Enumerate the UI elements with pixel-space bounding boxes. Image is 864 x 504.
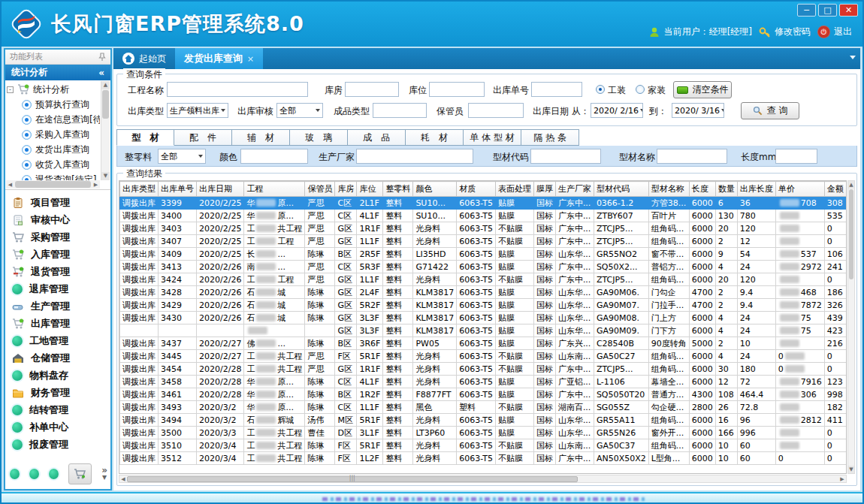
column-header[interactable]: 出库日期 (197, 182, 244, 197)
table-row[interactable]: 调拨出库34092020/2/25长...陈琳B区2R5F整料LI35HD606… (120, 248, 847, 261)
project-name-input[interactable] (167, 82, 308, 97)
sidebar-module-6[interactable]: 退库管理 (12, 280, 110, 297)
outbound-type-select[interactable]: 生产领料出库 (167, 103, 228, 118)
column-header[interactable]: 库房 (335, 182, 357, 197)
table-row[interactable]: 调拨出库34932020/3/2华原...陈琳C区1L1F整料黑色塑料不贴膜国标… (120, 401, 847, 414)
column-header[interactable]: 颜色 (413, 182, 457, 197)
column-header[interactable]: 工程 (244, 182, 305, 197)
column-header[interactable]: 型材名称 (648, 182, 689, 197)
profile-name-input[interactable] (657, 149, 727, 164)
search-button[interactable]: 查 询 (741, 102, 799, 119)
sidebar-module-4[interactable]: 入库管理 (12, 246, 110, 263)
table-row[interactable]: 调拨出库34942020/3/2石辉城汤伟M区5R1F整料光身料6063-T5贴… (120, 414, 847, 427)
collapse-icon[interactable]: « (98, 68, 104, 78)
table-row[interactable]: G区3L3F整料KLM38176063-T5贴膜国标山东华...GA90M09.… (120, 324, 847, 337)
color-input[interactable] (240, 149, 308, 164)
sidebar-module-13[interactable]: 结转管理 (12, 401, 110, 418)
tree-item-1[interactable]: 预算执行查询 (7, 97, 100, 112)
tree-horizontal-scrollbar[interactable]: ◀ ▶ (6, 180, 100, 189)
section-header-statistics[interactable]: 统计分析 « (5, 65, 110, 80)
tree-root-statistics[interactable]: -统计分析 (7, 82, 100, 97)
pin-icon[interactable] (98, 53, 106, 62)
column-header[interactable]: 库位 (357, 182, 383, 197)
column-header[interactable]: 出库单号 (159, 182, 197, 197)
column-header[interactable]: 数量 (715, 182, 737, 197)
column-header[interactable]: 型材代码 (594, 182, 648, 197)
scroll-down-icon[interactable]: ▼ (848, 466, 854, 473)
tree-collapse-icon[interactable]: - (7, 86, 14, 93)
sidebar-module-9[interactable]: 工地管理 (12, 332, 110, 349)
date-to-picker[interactable]: 2020/ 3/16 (672, 103, 724, 118)
more-chevron-icon[interactable]: »▾ (101, 467, 107, 481)
scroll-thumb[interactable] (15, 181, 91, 188)
table-row[interactable]: 调拨出库34542020/2/28工共工程严思G区1R1F整料光身料6063-T… (120, 363, 847, 376)
scroll-right-icon[interactable]: ▶ (92, 182, 100, 188)
table-row[interactable]: 调拨出库34612020/2/28华原...陈琳B区1R2F整料F8877FT6… (120, 388, 847, 401)
column-header[interactable]: 出库类型 (120, 182, 159, 197)
material-tab-3[interactable]: 辅 材 (232, 129, 290, 146)
warehouse-input[interactable] (345, 82, 399, 97)
radio-gongzhuang[interactable] (596, 85, 605, 94)
scroll-left-icon[interactable]: ◀ (119, 476, 127, 482)
minimize-button[interactable]: ─ (797, 4, 816, 17)
whole-part-select[interactable]: 全部 (158, 149, 206, 164)
column-header[interactable]: 长度 (689, 182, 715, 197)
column-header[interactable]: 整零料 (383, 182, 413, 197)
sidebar-module-7[interactable]: 生产管理 (12, 297, 110, 315)
column-header[interactable]: 表面处理 (495, 182, 533, 197)
tab-shipping-outbound-query[interactable]: 发货出库查询 × (175, 48, 263, 69)
tree-item-2[interactable]: 在途信息查询[待 (7, 112, 100, 127)
scroll-down-icon[interactable]: ▼ (101, 172, 110, 180)
maximize-button[interactable]: □ (818, 4, 837, 17)
sidebar-module-15[interactable]: 报废管理 (12, 436, 110, 453)
column-header[interactable]: 保管员 (305, 182, 335, 197)
material-tab-2[interactable]: 配 件 (174, 129, 232, 146)
module-dot-icon[interactable] (29, 469, 39, 479)
audit-select[interactable]: 全部 (276, 103, 323, 118)
tree-item-6[interactable]: 退货查询[待定] (7, 172, 100, 180)
table-row[interactable]: 调拨出库34032020/2/25工共工程严思G区1R1F整料光身料6063-T… (120, 222, 847, 235)
sidebar-module-5[interactable]: 退货管理 (12, 263, 110, 280)
date-from-picker[interactable]: 2020/ 2/16 (591, 103, 643, 118)
sidebar-module-2[interactable]: 审核中心 (12, 211, 110, 228)
material-tab-8[interactable]: 隔 热 条 (521, 129, 579, 146)
table-row[interactable]: 调拨出库34072020/2/25工工程严思G区1L1F整料光身料6063-T5… (120, 235, 847, 248)
table-row[interactable]: 调拨出库35102020/3/4工共工程陈琳F区5R1F整料光身料6063-T5… (120, 439, 847, 452)
manufacturer-input[interactable] (356, 149, 473, 164)
table-row[interactable]: 调拨出库33992020/2/25华原...严思C区2L1F整料SU10...6… (120, 197, 847, 210)
table-row[interactable]: 调拨出库34132020/2/26南...严思C区5R3F整料G71422606… (120, 261, 847, 273)
close-tab-icon[interactable]: × (247, 54, 254, 64)
change-password-button[interactable]: 修改密码 (759, 26, 811, 38)
clear-conditions-button[interactable]: 清空条件 (673, 81, 732, 98)
table-row[interactable]: 调拨出库35002020/3/3工共工程曹佳D区3L1F整料LT3P606063… (120, 427, 847, 439)
column-header[interactable]: 生产厂家 (555, 182, 594, 197)
close-button[interactable]: ✕ (839, 4, 858, 17)
module-dot-icon[interactable] (10, 469, 20, 479)
table-row[interactable]: 调拨出库34292020/2/26石城陈琳G区5R2F整料KLM38176063… (120, 299, 847, 312)
sidebar-module-10[interactable]: 仓储管理 (12, 349, 110, 367)
scroll-up-icon[interactable]: ▲ (848, 181, 854, 189)
table-vertical-scrollbar[interactable]: ▲ ▼ (847, 180, 855, 474)
order-no-input[interactable] (531, 82, 582, 97)
column-header[interactable]: 膜厚 (533, 182, 555, 197)
table-row[interactable]: 调拨出库34582020/2/28华原...陈琳C区4L1F整料光身料6063-… (120, 376, 847, 388)
table-row[interactable]: 调拨出库34372020/2/27佛...陈琳B区3R6F整料PW056063-… (120, 337, 847, 350)
keeper-input[interactable] (468, 103, 524, 118)
column-header[interactable]: 金额 (824, 182, 846, 197)
length-input[interactable] (775, 149, 817, 164)
module-dot-icon[interactable] (49, 469, 59, 479)
sidebar-module-11[interactable]: 物料盘存 (12, 367, 110, 384)
material-tab-1[interactable]: 型 材 (116, 129, 174, 146)
column-header[interactable]: 单价 (775, 182, 824, 197)
tree-item-3[interactable]: 采购入库查询 (7, 127, 100, 142)
table-horizontal-scrollbar[interactable]: ◀ ▶ (119, 475, 847, 483)
material-tab-6[interactable]: 耗 材 (406, 129, 464, 146)
sidebar-module-8[interactable]: 出库管理 (12, 315, 110, 332)
tree-item-5[interactable]: 收货入库查询 (7, 157, 100, 172)
table-row[interactable]: 调拨出库34452020/2/27工共工程严思F区5R1F整料光身料6063-T… (120, 350, 847, 363)
tab-home[interactable]: 起始页 (113, 48, 175, 69)
scroll-thumb[interactable] (102, 90, 109, 119)
radio-jiazhuang[interactable] (636, 85, 645, 94)
scroll-thumb[interactable] (849, 189, 853, 279)
table-row[interactable]: 调拨出库34302020/2/26石城陈琳G区3L3F整料KLM38176063… (120, 312, 847, 324)
